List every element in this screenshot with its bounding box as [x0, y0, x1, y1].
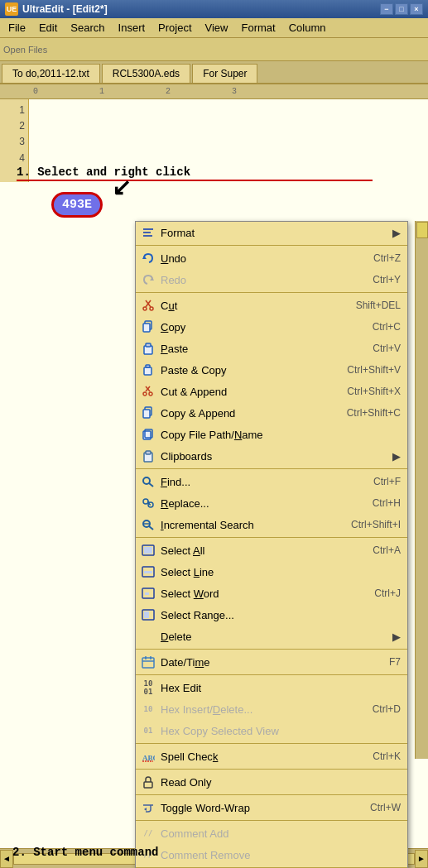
svg-rect-43 — [150, 656, 151, 659]
window-controls: − □ × — [380, 3, 423, 15]
svg-rect-37 — [145, 592, 149, 595]
select-line-icon — [139, 563, 157, 580]
svg-rect-35 — [144, 571, 152, 573]
menu-search[interactable]: Search — [64, 20, 111, 36]
cm-spell[interactable]: ABC Spell Check Ctrl+K — [136, 746, 407, 767]
select-range-icon — [139, 607, 157, 623]
sep8 — [136, 769, 407, 770]
cm-find-hotkey: Ctrl+F — [373, 476, 401, 487]
svg-rect-24 — [146, 451, 151, 454]
sep6 — [136, 674, 407, 675]
title-bar: UE UltraEdit - [Edit2*] − □ × — [0, 0, 428, 18]
cm-clipboards[interactable]: Clipboards ▶ — [136, 445, 407, 467]
cm-delete[interactable]: Delete ▶ — [136, 626, 407, 647]
svg-point-7 — [143, 307, 147, 310]
cm-hex-insert[interactable]: 10 Hex Insert/Delete... Ctrl+D — [136, 698, 407, 720]
cm-comment-add[interactable]: // Comment Add — [136, 822, 407, 844]
cm-paste-hotkey: Ctrl+V — [373, 343, 401, 354]
cm-spell-label: Spell Check — [161, 751, 366, 763]
cm-datetime[interactable]: Date/Time F7 — [136, 651, 407, 673]
context-menu: Format ▶ Undo Ctrl+Z Redo Ctrl+Y Cu — [135, 221, 408, 868]
svg-rect-10 — [143, 324, 150, 332]
cm-select-range[interactable]: Select Range... — [136, 604, 407, 626]
cm-datetime-hotkey: F7 — [389, 656, 401, 668]
app-icon: UE — [5, 2, 18, 16]
cm-cut-append[interactable]: Cut & Append Ctrl+Shift+X — [136, 381, 407, 402]
menu-column[interactable]: Column — [282, 20, 333, 36]
minimize-button[interactable]: − — [380, 3, 393, 15]
svg-rect-13 — [144, 367, 151, 375]
cm-replace[interactable]: Replace... Ctrl+H — [136, 492, 407, 514]
step1-arrow: ↙ — [112, 174, 131, 201]
sep2 — [136, 292, 407, 293]
maximize-button[interactable]: □ — [395, 3, 408, 15]
menu-view[interactable]: View — [199, 20, 235, 36]
cm-hex-copy[interactable]: 01 Hex Copy Selected View — [136, 720, 407, 741]
menu-insert[interactable]: Insert — [112, 20, 152, 36]
cm-word-wrap[interactable]: Toggle Word-Wrap Ctrl+W — [136, 797, 407, 818]
scroll-left-button[interactable]: ◄ — [0, 850, 13, 868]
read-only-icon — [139, 774, 157, 790]
cm-hex-edit[interactable]: 1001 Hex Edit — [136, 677, 407, 698]
clipboards-icon — [139, 448, 157, 464]
hex-copy-icon: 01 — [139, 722, 157, 739]
sep1 — [136, 245, 407, 246]
cm-select-all-hotkey: Ctrl+A — [373, 544, 401, 556]
scrollbar[interactable] — [415, 221, 428, 759]
cm-clipboards-label: Clipboards — [161, 450, 389, 463]
cm-cut-append-hotkey: Ctrl+Shift+X — [347, 386, 401, 397]
cm-replace-hotkey: Ctrl+H — [373, 497, 401, 509]
scroll-right-button[interactable]: ► — [415, 850, 428, 868]
step2-annotation: 2. Start menu command — [12, 846, 158, 859]
cm-inc-search[interactable]: Incremental Search Ctrl+Shift+I — [136, 514, 407, 535]
close-button[interactable]: × — [410, 3, 423, 15]
cm-undo[interactable]: Undo Ctrl+Z — [136, 247, 407, 269]
editor-area: 0 1 2 3 1 2 3 4 1. Select and right clic… — [0, 84, 428, 868]
menu-file[interactable]: File — [2, 20, 32, 36]
tab-forsuper[interactable]: For Super — [192, 64, 257, 83]
cm-format[interactable]: Format ▶ — [136, 222, 407, 243]
cm-paste[interactable]: Paste Ctrl+V — [136, 338, 407, 359]
menu-format[interactable]: Format — [235, 20, 282, 36]
undo-icon — [139, 250, 157, 266]
cm-select-all[interactable]: Select All Ctrl+A — [136, 540, 407, 561]
cm-cut[interactable]: Cut Shift+DEL — [136, 295, 407, 316]
cm-undo-hotkey: Ctrl+Z — [373, 252, 401, 264]
inc-search-icon — [139, 516, 157, 533]
cm-find-label: Find... — [161, 476, 367, 488]
cm-find[interactable]: Find... Ctrl+F — [136, 471, 407, 492]
svg-rect-0 — [143, 228, 153, 230]
find-icon — [139, 473, 157, 490]
tab-bar: To do,2011-12.txt RCL5300A.eds For Super — [0, 61, 428, 84]
tab-rcl[interactable]: RCL5300A.eds — [102, 64, 190, 83]
tab-todo[interactable]: To do,2011-12.txt — [2, 64, 100, 83]
copy-icon — [139, 319, 157, 335]
svg-point-18 — [149, 392, 152, 396]
menu-edit[interactable]: Edit — [32, 20, 64, 36]
paste-copy-icon — [139, 362, 157, 378]
cm-copy-hotkey: Ctrl+C — [373, 321, 401, 333]
hex-insert-icon: 10 — [139, 701, 157, 717]
window-title: UltraEdit - [Edit2*] — [22, 3, 380, 15]
cm-select-line-label: Select Line — [161, 566, 401, 578]
comment-add-icon: // — [139, 825, 157, 842]
step1-annotation: 1. Select and right click — [17, 165, 190, 179]
cm-select-word[interactable]: Select Word Ctrl+J — [136, 583, 407, 604]
cm-copy-filepath[interactable]: Copy File Path/Name — [136, 424, 407, 445]
cm-cut-hotkey: Shift+DEL — [356, 300, 401, 311]
cm-copy[interactable]: Copy Ctrl+C — [136, 316, 407, 338]
cm-word-wrap-label: Toggle Word-Wrap — [161, 802, 363, 814]
cm-paste-copy[interactable]: Paste & Copy Ctrl+Shift+V — [136, 359, 407, 381]
cm-select-word-hotkey: Ctrl+J — [374, 587, 401, 599]
cm-select-line[interactable]: Select Line — [136, 561, 407, 583]
cm-paste-copy-label: Paste & Copy — [161, 364, 340, 376]
cm-redo[interactable]: Redo Ctrl+Y — [136, 269, 407, 290]
menu-project[interactable]: Project — [151, 20, 198, 36]
spell-icon: ABC — [139, 748, 157, 765]
cm-copy-append[interactable]: Copy & Append Ctrl+Shift+C — [136, 402, 407, 424]
cm-comment-add-label: Comment Add — [161, 827, 401, 840]
svg-line-26 — [149, 483, 153, 487]
cm-comment-remove[interactable]: // Comment Remove — [136, 844, 407, 866]
cm-read-only[interactable]: Read Only — [136, 771, 407, 793]
cm-word-wrap-hotkey: Ctrl+W — [370, 802, 401, 813]
